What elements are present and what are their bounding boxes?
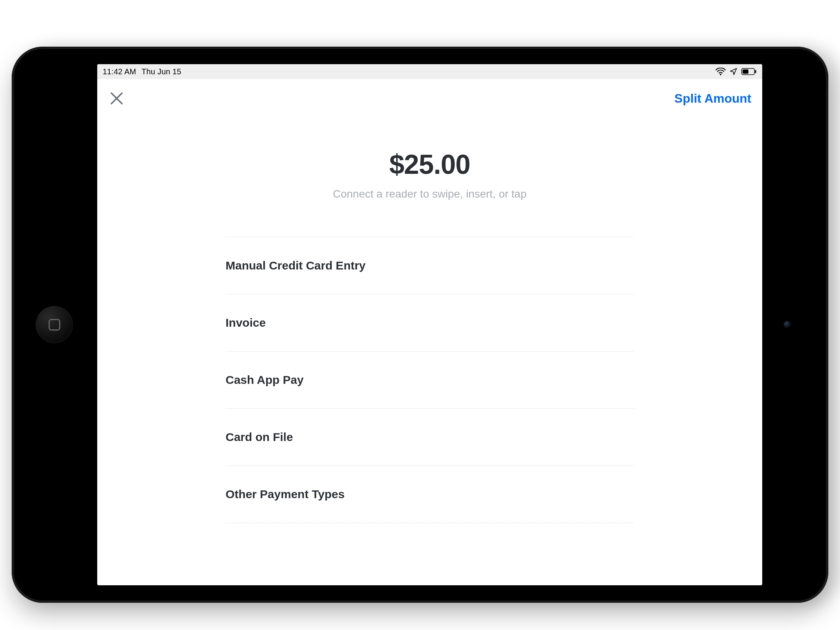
payment-options-list: Manual Credit Card Entry Invoice Cash Ap… [226,237,634,523]
status-time: 11:42 AM [103,67,136,76]
option-invoice[interactable]: Invoice [226,294,634,352]
front-camera [784,321,791,329]
close-icon [108,90,125,107]
option-other-payment-types[interactable]: Other Payment Types [226,466,634,523]
option-label: Invoice [226,316,266,329]
option-label: Manual Credit Card Entry [226,259,366,272]
amount-display: $25.00 [97,149,762,180]
tablet-frame: 11:42 AM Thu Jun 15 [12,47,828,603]
option-cash-app-pay[interactable]: Cash App Pay [226,351,634,409]
status-bar: 11:42 AM Thu Jun 15 [97,64,762,79]
reader-hint: Connect a reader to swipe, insert, or ta… [97,188,762,200]
option-label: Cash App Pay [226,373,304,387]
option-card-on-file[interactable]: Card on File [226,408,634,466]
home-icon [49,319,60,331]
option-manual-card-entry[interactable]: Manual Credit Card Entry [226,237,634,294]
location-icon [730,68,737,75]
status-date: Thu Jun 15 [142,67,181,76]
nav-bar: Split Amount [97,79,762,118]
svg-rect-3 [743,70,749,74]
battery-icon [741,68,757,75]
screen: 11:42 AM Thu Jun 15 [97,64,762,585]
option-label: Card on File [226,430,293,444]
svg-rect-2 [755,70,756,73]
content: $25.00 Connect a reader to swipe, insert… [97,118,762,585]
option-label: Other Payment Types [226,488,345,501]
svg-point-0 [720,74,721,75]
wifi-icon [716,68,726,75]
home-button[interactable] [36,306,73,343]
split-amount-button[interactable]: Split Amount [674,91,751,106]
close-button[interactable] [108,90,125,107]
